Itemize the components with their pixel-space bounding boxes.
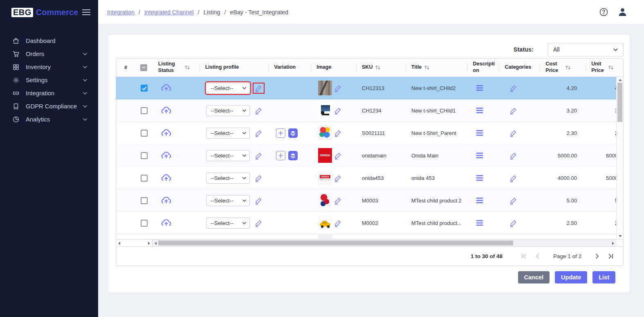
listing-profile-select[interactable]: --Select-- [206, 150, 250, 161]
product-image[interactable] [318, 193, 332, 208]
header-listing-status[interactable]: Listing Status [153, 58, 200, 76]
product-image[interactable] [318, 126, 332, 140]
row-checkbox[interactable] [141, 197, 148, 204]
row-checkbox[interactable] [141, 175, 148, 182]
upload-listing-icon[interactable] [161, 173, 172, 184]
row-checkbox[interactable] [141, 107, 148, 114]
sidebar-item-inventory[interactable]: Inventory [0, 61, 98, 74]
categories-edit-icon[interactable] [508, 218, 518, 228]
variations-layers-icon[interactable] [288, 151, 298, 160]
previous-page-icon[interactable] [534, 253, 541, 260]
sidebar-item-integration[interactable]: Integration [0, 87, 98, 100]
image-edit-icon[interactable] [333, 106, 343, 115]
upload-listing-icon[interactable] [161, 218, 172, 229]
description-icon[interactable] [476, 197, 483, 204]
image-edit-icon[interactable] [333, 218, 343, 228]
sidebar-item-gdpr-compliance[interactable]: GDPR Compliance [0, 100, 98, 113]
upload-listing-icon[interactable] [161, 83, 172, 94]
sidebar-item-dashboard[interactable]: Dashboard [0, 34, 98, 47]
upload-listing-icon[interactable] [161, 105, 172, 116]
sidebar-item-analytics[interactable]: Analytics [0, 113, 98, 126]
row-checkbox[interactable] [141, 152, 148, 159]
table-row[interactable]: --Select-- CH12313 New t-s [116, 77, 617, 99]
next-page-icon[interactable] [594, 253, 601, 260]
upload-listing-icon[interactable] [161, 195, 172, 206]
categories-edit-icon[interactable] [508, 196, 518, 205]
image-edit-icon[interactable] [333, 128, 343, 138]
description-icon[interactable] [476, 220, 483, 226]
profile-edit-icon[interactable] [254, 128, 264, 138]
upload-listing-icon[interactable] [161, 128, 172, 139]
profile-edit-icon[interactable] [254, 173, 264, 183]
row-checkbox[interactable] [141, 220, 148, 227]
product-image[interactable] [318, 103, 332, 118]
product-image[interactable] [318, 216, 332, 230]
help-icon[interactable] [599, 7, 608, 17]
sidebar-item-settings[interactable]: Settings [0, 74, 98, 87]
table-row[interactable]: --Select-- M0003 MTest chi [116, 189, 617, 212]
categories-edit-icon[interactable] [508, 128, 518, 138]
profile-edit-icon[interactable] [254, 83, 264, 93]
table-row[interactable]: --Select-- S0021111 New t- [116, 122, 617, 144]
header-cost-price[interactable]: Cost Price [540, 58, 586, 76]
vertical-scrollbar-thumb[interactable] [617, 83, 622, 122]
add-variation-icon[interactable] [276, 128, 285, 138]
update-button[interactable]: Update [555, 271, 587, 283]
sort-icon[interactable] [565, 65, 571, 70]
listing-profile-select[interactable]: --Select-- [206, 105, 250, 116]
last-page-icon[interactable] [607, 253, 614, 260]
breadcrumb-link-integration[interactable]: Integration [107, 9, 135, 16]
scroll-up-arrow[interactable] [619, 79, 622, 81]
table-row[interactable]: --Select-- M0002 MTest chi [116, 212, 617, 234]
row-checkbox[interactable] [141, 85, 148, 92]
status-filter-select[interactable]: All [548, 43, 624, 56]
product-image[interactable]: ONIDA [318, 148, 332, 163]
listing-profile-select[interactable]: --Select-- [206, 218, 250, 229]
scroll-left-arrow[interactable] [155, 242, 157, 245]
description-icon[interactable] [476, 130, 483, 136]
header-title[interactable]: Title [406, 58, 467, 76]
breadcrumb-link-integrated-channel[interactable]: Integrated Channel [144, 9, 194, 16]
table-row[interactable]: --Select-- CH1234 New t-sh [116, 99, 617, 122]
select-all-checkbox[interactable] [140, 64, 147, 71]
sort-icon[interactable] [375, 65, 381, 70]
listing-profile-select[interactable]: --Select-- [206, 83, 250, 94]
upload-listing-icon[interactable] [161, 150, 172, 161]
sort-icon[interactable] [608, 65, 614, 70]
sidebar-item-orders[interactable]: Orders [0, 47, 98, 61]
description-icon[interactable] [476, 152, 483, 159]
hamburger-menu-icon[interactable] [82, 9, 90, 15]
sort-icon[interactable] [184, 65, 190, 70]
profile-edit-icon[interactable] [254, 106, 264, 115]
first-page-icon[interactable] [521, 253, 527, 260]
user-avatar-icon[interactable] [617, 7, 628, 17]
scroll-left-arrow[interactable] [118, 242, 120, 245]
product-image[interactable]: ONIDAOwner's Pride [318, 171, 332, 185]
cancel-button[interactable]: Cancel [518, 271, 550, 283]
profile-edit-icon[interactable] [254, 196, 264, 205]
variations-layers-icon[interactable] [288, 128, 298, 138]
vertical-scrollbar[interactable] [616, 77, 623, 239]
image-edit-icon[interactable] [333, 173, 343, 183]
image-edit-icon[interactable] [333, 83, 343, 93]
list-button[interactable]: List [592, 271, 615, 283]
listing-profile-select[interactable]: --Select-- [206, 195, 250, 206]
profile-edit-icon[interactable] [254, 151, 264, 160]
row-checkbox[interactable] [141, 130, 148, 137]
image-edit-icon[interactable] [333, 151, 343, 160]
scroll-right-arrow[interactable] [612, 242, 614, 245]
pinned-horizontal-scrollbar[interactable] [116, 240, 152, 246]
categories-edit-icon[interactable] [508, 106, 518, 115]
description-icon[interactable] [476, 107, 483, 114]
product-image[interactable] [318, 81, 332, 95]
horizontal-scrollbar-thumb[interactable] [158, 241, 513, 245]
profile-edit-icon[interactable] [254, 218, 264, 228]
header-unit-price[interactable]: Unit Price [586, 58, 616, 76]
table-row[interactable]: --Select-- ONIDA onidamain [116, 144, 617, 167]
sort-icon[interactable] [424, 65, 430, 70]
description-icon[interactable] [476, 85, 483, 91]
add-variation-icon[interactable] [276, 151, 285, 160]
horizontal-scrollbar[interactable] [153, 240, 616, 246]
table-row[interactable]: --Select-- ONIDAOwner's Pride o [116, 167, 617, 189]
listing-profile-select[interactable]: --Select-- [206, 173, 250, 184]
